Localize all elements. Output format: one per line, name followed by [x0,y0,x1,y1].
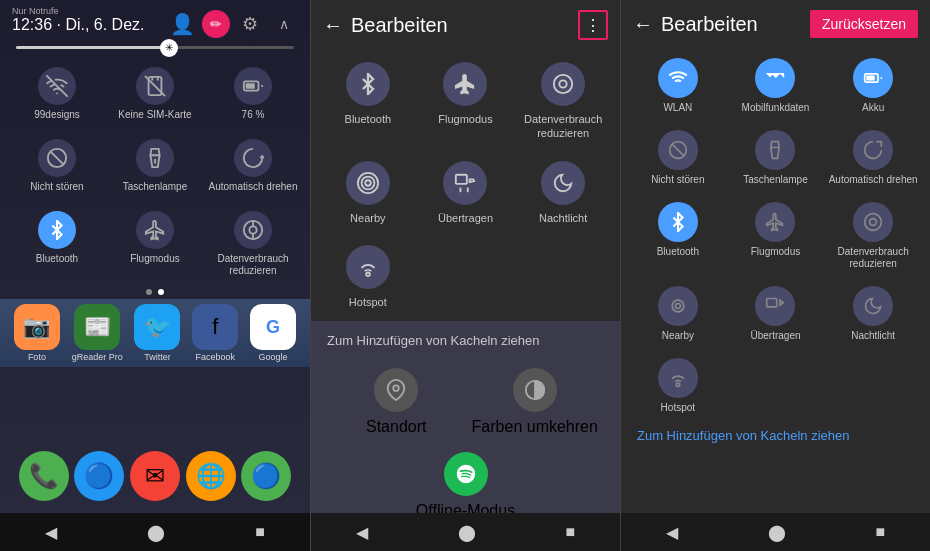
middle-back-btn[interactable]: ← [323,14,343,37]
edit-tile-bluetooth[interactable]: Bluetooth [319,50,417,149]
edit-icon[interactable]: ✏ [202,10,230,38]
brightness-thumb: ✳ [160,39,178,57]
right-tile-rotate[interactable]: Automatisch drehen [824,120,922,192]
right-tile-nearby[interactable]: Nearby [629,276,727,348]
edit-airplane-icon [443,62,487,106]
rotate-icon [234,139,272,177]
dock-maps[interactable]: 🌐 [186,451,236,501]
tile-battery[interactable]: 76 % [204,57,302,129]
right-wlan-icon [658,58,698,98]
mid-home-btn[interactable]: ⬤ [458,523,476,542]
app-foto-label: Foto [28,352,46,362]
quick-tiles: 99designs Keine SIM-Karte 76 % Nicht stö… [0,57,310,285]
right-back-btn[interactable]: ← [633,13,653,36]
dock-mail[interactable]: ✉ [130,451,180,501]
settings-icon[interactable]: ⚙ [236,10,264,38]
app-twitter[interactable]: 🐦 Twitter [134,304,180,362]
add-tile-invert[interactable]: Farben umkehren [466,360,605,444]
tile-airplane[interactable]: Flugmodus [106,201,204,285]
right-datasave-icon [853,202,893,242]
dock-extra[interactable]: 🔵 [241,451,291,501]
edit-tile-hotspot[interactable]: Hotspot [319,233,417,317]
dock-phone[interactable]: 📞 [19,451,69,501]
tile-label-datasave: Datenverbrauch reduzieren [208,253,298,277]
tile-flashlight[interactable]: Taschenlampe [106,129,204,201]
svg-line-4 [51,152,64,165]
right-nav-bar: ◀ ⬤ ■ [621,513,930,551]
left-back-btn[interactable]: ◀ [45,523,57,542]
time-display: 12:36 · Di., 6. Dez. [12,16,145,34]
app-google[interactable]: G Google [250,304,296,362]
status-bar: Nur Notrufe 12:36 · Di., 6. Dez. 👤 ✏ ⚙ ∧ [0,0,310,42]
tile-bluetooth[interactable]: Bluetooth [8,201,106,285]
edit-tile-label-transfer: Übertragen [438,211,493,225]
reset-button[interactable]: Zurücksetzen [810,10,918,38]
edit-tile-datasave[interactable]: Datenverbrauch reduzieren [514,50,612,149]
right-tile-datasave[interactable]: Datenverbrauch reduzieren [824,192,922,276]
middle-tiles: Bluetooth Flugmodus Datenverbrauch reduz… [311,50,620,317]
right-tile-flashlight[interactable]: Taschenlampe [727,120,825,192]
edit-tile-transfer[interactable]: Übertragen [417,149,515,233]
bluetooth-icon [38,211,76,249]
account-icon[interactable]: 👤 [168,10,196,38]
right-tile-hotspot[interactable]: Hotspot [629,348,727,420]
svg-point-18 [366,272,370,276]
svg-rect-30 [767,299,777,307]
right-header: ← Bearbeiten Zurücksetzen [621,0,930,48]
app-facebook[interactable]: f Facebook [192,304,238,362]
right-tile-label-hotspot: Hotspot [661,402,695,414]
right-tile-bluetooth[interactable]: Bluetooth [629,192,727,276]
right-tile-airplane[interactable]: Flugmodus [727,192,825,276]
right-tile-mobile[interactable]: Mobilfunkdaten [727,48,825,120]
app-foto[interactable]: 📷 Foto [14,304,60,362]
right-battery-icon [853,58,893,98]
right-home-nav-btn[interactable]: ⬤ [768,523,786,542]
right-hotspot-icon [658,358,698,398]
right-back-nav-btn[interactable]: ◀ [666,523,678,542]
airplane-icon [136,211,174,249]
svg-rect-23 [866,76,874,81]
right-tile-label-dnd: Nicht stören [651,174,704,186]
right-tile-dnd[interactable]: Nicht stören [629,120,727,192]
tile-no-sim[interactable]: Keine SIM-Karte [106,57,204,129]
tile-label-rotate: Automatisch drehen [209,181,298,193]
left-recent-btn[interactable]: ■ [255,523,265,541]
brightness-track[interactable]: ✳ [16,46,294,49]
tile-rotate[interactable]: Automatisch drehen [204,129,302,201]
right-tile-label-wlan: WLAN [663,102,692,114]
mid-recent-btn[interactable]: ■ [565,523,575,541]
expand-icon[interactable]: ∧ [270,10,298,38]
tile-datasave[interactable]: Datenverbrauch reduzieren [204,201,302,285]
add-location-icon [374,368,418,412]
app-twitter-icon: 🐦 [134,304,180,350]
tile-label-99designs: 99designs [34,109,80,121]
more-options-btn[interactable]: ⋮ [578,10,608,40]
edit-tile-nightlight[interactable]: Nachtlicht [514,149,612,233]
add-invert-icon [513,368,557,412]
dock: 📞 🔵 ✉ 🌐 🔵 [0,443,310,509]
dock-browser[interactable]: 🔵 [74,451,124,501]
left-panel: Nur Notrufe 12:36 · Di., 6. Dez. 👤 ✏ ⚙ ∧… [0,0,310,551]
right-tile-transfer[interactable]: Übertragen [727,276,825,348]
right-tile-nightlight[interactable]: Nachtlicht [824,276,922,348]
edit-tile-label-datasave: Datenverbrauch reduzieren [518,112,608,141]
right-tile-battery[interactable]: Akku [824,48,922,120]
dnd-icon [38,139,76,177]
status-right: 👤 ✏ ⚙ ∧ [168,10,298,38]
add-tile-location[interactable]: Standort [327,360,466,444]
right-tile-wlan[interactable]: WLAN [629,48,727,120]
right-recent-nav-btn[interactable]: ■ [875,523,885,541]
right-flashlight-icon [755,130,795,170]
tile-dnd[interactable]: Nicht stören [8,129,106,201]
battery-icon [234,67,272,105]
edit-tile-nearby[interactable]: Nearby [319,149,417,233]
left-home-btn[interactable]: ⬤ [147,523,165,542]
edit-tile-airplane[interactable]: Flugmodus [417,50,515,149]
right-tile-label-datasave: Datenverbrauch reduzieren [828,246,918,270]
app-greader[interactable]: 📰 gReader Pro [72,304,123,362]
brightness-row[interactable]: ✳ [0,42,310,57]
tile-99designs[interactable]: 99designs [8,57,106,129]
mid-back-btn[interactable]: ◀ [356,523,368,542]
add-tiles-grid: Standort Farben umkehren [327,360,604,444]
tile-label-flashlight: Taschenlampe [123,181,187,193]
